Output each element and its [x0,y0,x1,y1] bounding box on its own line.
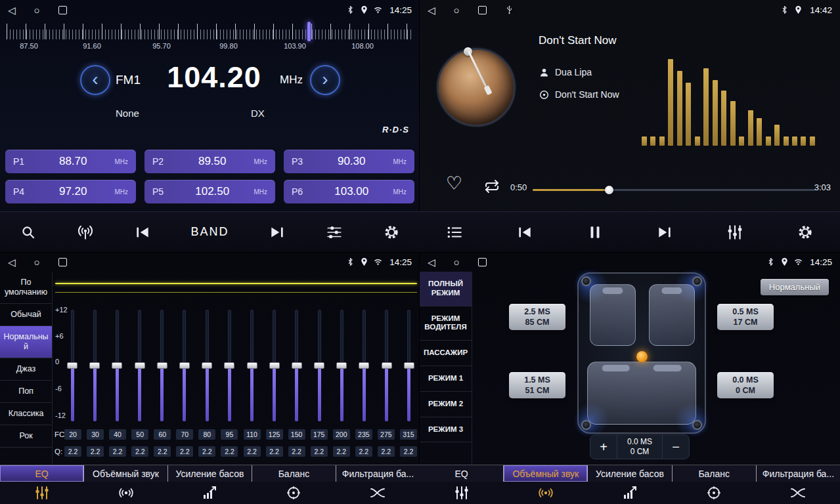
audio-tab[interactable]: Объёмный звук [84,465,168,482]
back-icon[interactable]: ◁ [8,257,16,267]
slider-handle[interactable] [359,362,369,369]
audio-tab[interactable]: Баланс [252,465,336,482]
slider-handle[interactable] [157,362,167,369]
recents-icon[interactable] [58,258,67,266]
scan-search-button[interactable] [20,224,37,241]
eq-band-slider[interactable] [154,310,170,421]
recents-icon[interactable] [478,6,487,14]
listening-mode-item[interactable]: РЕЖИМ ВОДИТЕЛЯ [420,306,472,341]
speaker-delay-button[interactable]: 2.5 MS 85 CM [509,304,565,330]
settings-button[interactable] [797,224,814,241]
frequency-scale[interactable] [7,24,412,39]
tab-surround-icon-button[interactable] [504,482,588,504]
slider-handle[interactable] [314,362,324,369]
eq-band-slider[interactable] [177,310,192,421]
eq-preset-item[interactable]: Поп [0,381,52,403]
back-icon[interactable]: ◁ [428,5,435,15]
eq-preset-item[interactable]: Рок [0,425,52,448]
next-station-button[interactable] [269,224,286,241]
slider-handle[interactable] [382,362,392,369]
recents-icon[interactable] [478,258,487,266]
audio-tab[interactable]: Фильтрация ба... [336,465,420,482]
eq-band-slider[interactable] [401,310,417,421]
eq-band-slider[interactable] [199,310,215,421]
slider-handle[interactable] [336,362,347,369]
listening-mode-item[interactable]: РЕЖИМ 2 [420,392,472,417]
recents-icon[interactable] [58,6,67,14]
speaker-delay-button[interactable]: 1.5 MS 51 CM [509,372,565,398]
listening-mode-item[interactable]: РЕЖИМ 3 [420,417,472,443]
favorite-button[interactable]: ♡ [446,175,462,193]
home-icon[interactable]: ○ [34,257,40,267]
previous-station-button[interactable] [134,224,151,241]
eq-band-slider[interactable] [267,310,282,421]
audio-tab[interactable]: Баланс [673,465,757,482]
tune-down-button[interactable]: ‹ [80,65,110,95]
listening-mode-item[interactable]: ПАССАЖИР [420,341,472,366]
eq-preset-item[interactable]: Нормальный [0,326,52,358]
tune-up-button[interactable]: › [310,65,340,95]
eq-band-slider[interactable] [64,310,80,421]
slider-handle[interactable] [202,362,212,369]
slider-handle[interactable] [89,362,100,369]
slider-handle[interactable] [269,362,280,369]
decrease-delay-button[interactable]: − [663,435,689,459]
slider-handle[interactable] [247,362,257,369]
preset-button[interactable]: P4 97.20 MHz [5,180,136,203]
audio-tab[interactable]: EQ [0,465,84,482]
eq-preset-item[interactable]: Классика [0,403,52,425]
eq-band-slider[interactable] [132,310,148,421]
pause-button[interactable] [586,224,604,241]
eq-band-slider[interactable] [379,310,395,421]
audio-tab[interactable]: Объёмный звук [504,465,588,482]
equalizer-button[interactable] [726,224,743,241]
audio-tab[interactable]: Усиление басов [168,465,252,482]
home-icon[interactable]: ○ [454,5,460,15]
eq-preset-item[interactable]: Джаз [0,358,52,381]
settings-button[interactable] [383,224,400,241]
speaker-delay-button[interactable]: 0.5 MS 17 CM [717,304,774,330]
slider-handle[interactable] [67,362,77,369]
increase-delay-button[interactable]: + [590,435,617,459]
slider-handle[interactable] [135,362,145,369]
slider-handle[interactable] [224,362,234,369]
eq-preset-item[interactable]: Обычай [0,304,52,326]
home-icon[interactable]: ○ [34,5,40,15]
tab-filter-icon-button[interactable] [756,482,840,504]
eq-band-slider[interactable] [87,310,102,421]
eq-preset-item[interactable]: По умолчанию [0,272,52,304]
progress-slider[interactable] [533,185,815,195]
tab-bass-icon-button[interactable] [168,482,252,504]
listening-position-marker[interactable] [636,351,648,362]
slider-handle[interactable] [292,362,302,369]
eq-band-slider[interactable] [109,310,125,421]
back-icon[interactable]: ◁ [428,257,435,267]
tab-surround-icon-button[interactable] [84,482,168,504]
slider-handle[interactable] [404,362,414,369]
speaker-delay-button[interactable]: 0.0 MS 0 CM [717,372,774,398]
band-button[interactable]: BAND [190,225,229,239]
eq-band-slider[interactable] [289,310,305,421]
playlist-button[interactable] [446,224,463,241]
back-icon[interactable]: ◁ [8,5,16,15]
eq-band-slider[interactable] [311,310,327,421]
preset-button[interactable]: P3 90.30 MHz [284,150,414,173]
tab-balance-icon-button[interactable] [252,482,336,504]
tab-eq-icon-button[interactable] [420,482,504,504]
eq-band-slider[interactable] [334,310,349,421]
audio-tab[interactable]: Фильтрация ба... [757,465,840,482]
listening-mode-item[interactable]: ПОЛНЫЙ РЕЖИМ [420,272,472,306]
preset-button[interactable]: P1 88.70 MHz [5,150,136,173]
slider-handle[interactable] [112,362,122,369]
eq-band-slider[interactable] [244,310,260,421]
audio-tab[interactable]: EQ [420,465,504,482]
tab-eq-icon-button[interactable] [0,482,84,504]
eq-band-slider[interactable] [221,310,237,421]
tab-bass-icon-button[interactable] [588,482,672,504]
preset-button[interactable]: P5 102.50 MHz [144,180,275,203]
slider-handle[interactable] [179,362,190,369]
listening-mode-item[interactable]: РЕЖИМ 1 [420,366,472,392]
effects-button[interactable] [326,224,343,241]
eq-band-slider[interactable] [356,310,372,421]
audio-tab[interactable]: Усиление басов [588,465,672,482]
